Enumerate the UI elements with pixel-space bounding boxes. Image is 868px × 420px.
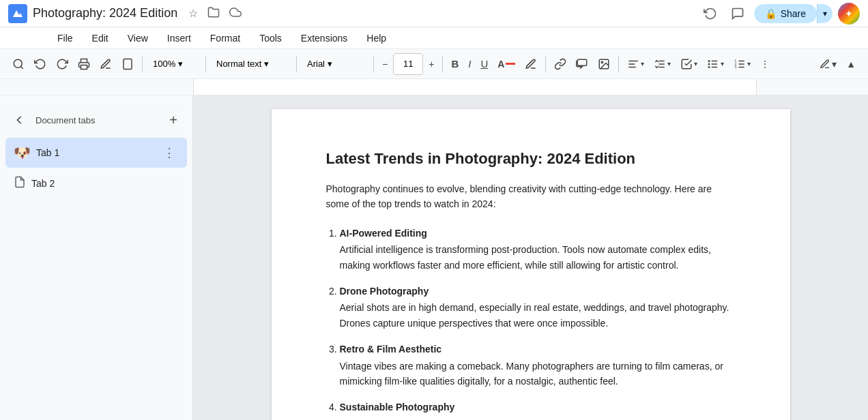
tab-2-icon <box>14 176 26 191</box>
undo-button[interactable] <box>30 53 50 75</box>
svg-rect-2 <box>81 65 87 69</box>
list-item-2-title: Drone Photography <box>340 286 429 297</box>
redo-button[interactable] <box>52 53 72 75</box>
menu-view[interactable]: View <box>119 30 156 46</box>
list-item-2-body: Aerial shots are in high demand, especia… <box>340 300 736 331</box>
font-size-input[interactable] <box>393 53 423 75</box>
doc-list: AI-Powered Editing Artificial intelligen… <box>326 226 736 420</box>
share-dropdown-button[interactable]: ▾ <box>817 4 833 23</box>
list-item: Sustainable Photography As environmental… <box>340 400 736 420</box>
sidebar-title: Document tabs <box>35 115 157 125</box>
doc-intro: Photography continues to evolve, blendin… <box>326 181 736 212</box>
list-item: Drone Photography Aerial shots are in hi… <box>340 284 736 331</box>
folder-button[interactable] <box>205 3 222 24</box>
menu-help[interactable]: Help <box>358 30 394 46</box>
svg-text:3.: 3. <box>735 65 738 69</box>
svg-point-15 <box>709 60 710 61</box>
toolbar-right: 🔒 Share ▾ ✦ <box>699 3 860 25</box>
list-item-3-body: Vintage vibes are making a comeback. Man… <box>340 359 736 389</box>
ruler <box>0 79 868 95</box>
add-tab-button[interactable]: + <box>162 109 184 131</box>
title-bar: Photography: 2024 Edition ☆ <box>0 0 868 27</box>
align-button[interactable]: ▾ <box>623 53 648 75</box>
style-select[interactable]: Normal text ▾ <box>210 53 292 75</box>
app-icon <box>8 4 27 23</box>
ruler-inner <box>193 79 757 95</box>
menu-tools[interactable]: Tools <box>251 30 290 46</box>
gemini-button[interactable]: ✦ <box>838 3 860 25</box>
more-toolbar-button[interactable]: ⋮ <box>756 53 774 75</box>
search-button[interactable] <box>8 53 29 75</box>
editing-mode-button[interactable]: ▾ <box>815 53 841 75</box>
doc-title: Photography: 2024 Edition <box>33 6 177 20</box>
collapse-toolbar-button[interactable]: ▲ <box>842 53 860 75</box>
list-item-3-title: Retro & Film Aesthetic <box>340 344 442 355</box>
share-label: Share <box>781 8 806 19</box>
tab-1-more-button[interactable]: ⋮ <box>160 143 179 162</box>
menu-bar: File Edit View Insert Format Tools Exten… <box>0 27 868 49</box>
doc-page: Latest Trends in Photography: 2024 Editi… <box>272 109 790 420</box>
font-select[interactable]: Arial ▾ <box>301 53 369 75</box>
highlight-button[interactable] <box>521 53 541 75</box>
menu-format[interactable]: Format <box>202 30 248 46</box>
numbered-list-button[interactable]: 1. 2. 3. ▾ <box>729 53 755 75</box>
list-item: Retro & Film Aesthetic Vintage vibes are… <box>340 342 736 389</box>
tab-1-label: Tab 1 <box>36 147 154 158</box>
tab-1-item[interactable]: 🐶 Tab 1 ⋮ <box>5 138 187 168</box>
svg-line-1 <box>20 66 23 68</box>
list-item-4-body: As environmental consciousness grows, ph… <box>340 417 736 420</box>
bullet-list-button[interactable]: ▾ <box>703 53 728 75</box>
menu-file[interactable]: File <box>49 30 81 46</box>
italic-button[interactable]: I <box>464 53 475 75</box>
svg-point-16 <box>709 63 710 65</box>
svg-rect-3 <box>578 59 588 65</box>
list-item: AI-Powered Editing Artificial intelligen… <box>340 226 736 273</box>
spellcheck-button[interactable] <box>96 53 116 75</box>
sidebar-header: Document tabs + <box>5 104 187 136</box>
tab-1-emoji: 🐶 <box>14 145 31 161</box>
list-item-4-title: Sustainable Photography <box>340 402 455 412</box>
share-button[interactable]: 🔒 Share <box>754 4 817 23</box>
back-button[interactable] <box>8 109 30 131</box>
insert-comment-button[interactable] <box>572 53 592 75</box>
text-color-button[interactable]: A <box>493 53 519 75</box>
font-size-minus-button[interactable]: − <box>378 53 392 75</box>
toolbar: 100% ▾ Normal text ▾ Arial ▾ − + B I U A <box>0 49 868 79</box>
print-button[interactable] <box>74 53 94 75</box>
cloud-button[interactable] <box>227 3 244 24</box>
sidebar: Document tabs + 🐶 Tab 1 ⋮ Tab 2 <box>0 95 193 420</box>
menu-extensions[interactable]: Extensions <box>293 30 356 46</box>
list-item-1-title: AI-Powered Editing <box>340 228 427 239</box>
history-button[interactable] <box>699 3 721 25</box>
zoom-select[interactable]: 100% ▾ <box>147 53 201 75</box>
lock-icon: 🔒 <box>765 8 777 19</box>
star-button[interactable]: ☆ <box>186 4 201 22</box>
paint-format-button[interactable] <box>117 53 138 75</box>
svg-point-5 <box>602 61 603 63</box>
comments-button[interactable] <box>727 3 749 25</box>
tab-2-label: Tab 2 <box>31 178 179 189</box>
menu-insert[interactable]: Insert <box>159 30 199 46</box>
link-button[interactable] <box>550 53 570 75</box>
font-size-plus-button[interactable]: + <box>424 53 438 75</box>
tab-2-item[interactable]: Tab 2 <box>5 170 187 196</box>
title-icons: ☆ <box>186 3 244 24</box>
bold-button[interactable]: B <box>447 53 463 75</box>
line-spacing-button[interactable]: ▾ <box>650 53 675 75</box>
underline-button[interactable]: U <box>476 53 492 75</box>
svg-point-17 <box>709 66 710 68</box>
insert-image-button[interactable] <box>594 53 614 75</box>
checklist-button[interactable]: ▾ <box>676 53 701 75</box>
svg-point-0 <box>14 59 22 68</box>
main-area: Document tabs + 🐶 Tab 1 ⋮ Tab 2 Latest T… <box>0 95 868 420</box>
list-item-1-body: Artificial intelligence is transforming … <box>340 242 736 273</box>
doc-area[interactable]: Latest Trends in Photography: 2024 Editi… <box>193 95 868 420</box>
doc-heading: Latest Trends in Photography: 2024 Editi… <box>326 150 736 168</box>
menu-edit[interactable]: Edit <box>84 30 117 46</box>
